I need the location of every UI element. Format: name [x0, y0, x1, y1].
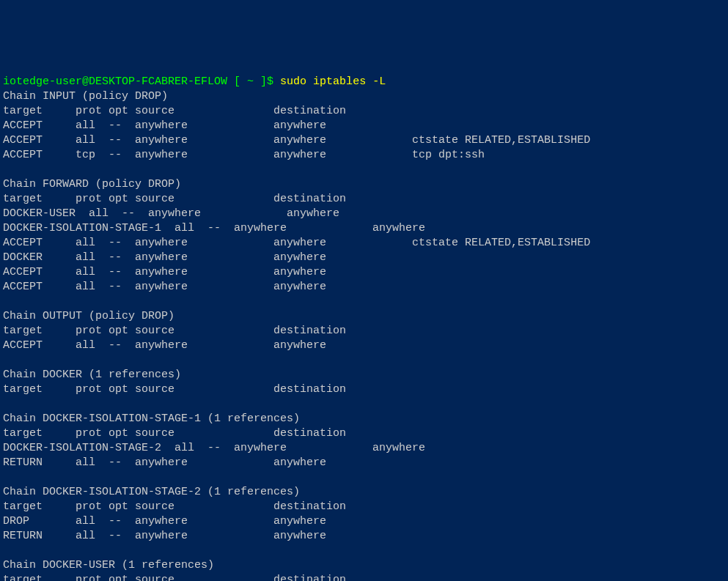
- prompt-path: [ ~ ]$: [234, 75, 273, 88]
- command-text: sudo iptables -L: [280, 75, 386, 88]
- output-body: Chain INPUT (policy DROP) target prot op…: [3, 90, 590, 581]
- terminal[interactable]: iotedge-user@DESKTOP-FCABRER-EFLOW [ ~ ]…: [0, 73, 728, 581]
- prompt-user-host: iotedge-user@DESKTOP-FCABRER-EFLOW: [3, 75, 227, 88]
